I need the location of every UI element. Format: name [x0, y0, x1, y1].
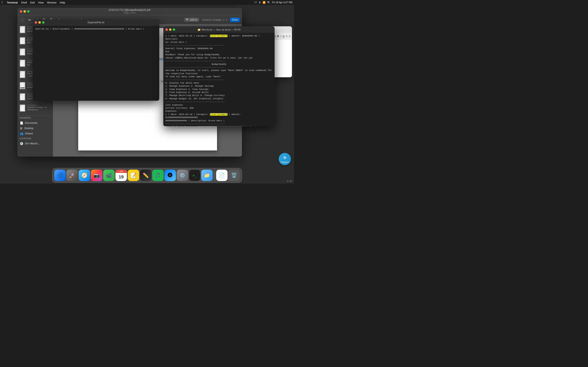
shared-icon: 👥: [20, 132, 23, 135]
finder-documents[interactable]: 📄 Documents: [17, 120, 53, 125]
terminal-line-sep4: ----------------------------------------…: [165, 100, 273, 103]
expense-file-window: ExpenseFile.txt 2024-04-19 | Entertainme…: [33, 19, 159, 101]
expense-titlebar: ExpenseFile.txt: [33, 19, 159, 26]
telegram-icon: ✈: [283, 155, 287, 161]
terminal-close-button[interactable]: [165, 28, 168, 31]
dock-spotify[interactable]: 🎵: [152, 170, 164, 181]
terminal-line-menu3: 5. Find Expenses 6. Divide Bills: [165, 91, 273, 94]
pdf-search-bar[interactable]: 🔍 add ex: [184, 18, 199, 22]
textedit-align-center[interactable]: ≡: [289, 35, 290, 37]
terminal-folder-icon: 📁: [198, 28, 201, 31]
menubar-right: 🛡 ⏸ 📶 🔍 Fri 19 Apr 4:27 PM: [254, 1, 292, 4]
menubar-security-icon: 🛡: [254, 1, 257, 4]
pdf-minimize-button[interactable]: [24, 10, 26, 13]
terminal-window-title: 📁 files-for-pe — Java -jar jar.jar — 80×…: [198, 28, 240, 31]
finder-documents-label: Documents: [25, 122, 37, 124]
finder-shared[interactable]: 👥 Shared: [17, 131, 53, 136]
terminal-maximize-button[interactable]: [173, 28, 175, 31]
dock-launchpad[interactable]: 🚀: [67, 170, 78, 181]
dock: 🔵 🚀 🧭 📷 📹 APR 19 📝 ✏️ 🎵 �: [52, 168, 242, 183]
terminal-line-cmd1: list expenses: [165, 104, 273, 107]
pdf-title: [CS2113-T12-3][BudgetBuddy]UG.pdf Page 1…: [109, 8, 150, 15]
menubar-help[interactable]: Help: [58, 1, 67, 4]
dock-finder[interactable]: 🔵: [54, 170, 66, 181]
sidebar-thumb-1: P...: [19, 26, 26, 33]
menubar-search-icon[interactable]: 🔍: [267, 1, 270, 4]
terminal-line-expenses-header: Expenses:: [165, 110, 273, 113]
desktop: [CS2113-T12-3][BudgetBuddy]UG.pdf Page 1…: [0, 5, 294, 184]
sidebar-toggle-icon[interactable]: ⬛: [19, 17, 25, 23]
dock-notes[interactable]: 📝: [128, 170, 139, 181]
dock-photos[interactable]: 📷: [91, 170, 103, 181]
prev-result-icon[interactable]: ‹: [223, 18, 224, 22]
menubar-app-name[interactable]: Terminal: [5, 1, 19, 4]
dock-folder-icon: 📁: [204, 173, 210, 178]
sidebar-thumb-8: P...: [19, 104, 26, 112]
dock-sysprefs-icon: ⚙️: [180, 173, 186, 178]
dock-terminal[interactable]: >_: [189, 170, 200, 181]
finder-desktop[interactable]: 🖥 Desktop: [17, 125, 53, 131]
dock-folder[interactable]: 📁: [201, 170, 213, 181]
expense-text: 2024-04-19 | Entertainment | 99999999999…: [35, 28, 144, 30]
dock-system-preferences[interactable]: ⚙️: [177, 170, 188, 181]
terminal-line-4: Overall Total Expenses: $9999999.00: [165, 47, 273, 50]
sidebar-text-8: Examples of usage : rec viewexpense...: [27, 106, 51, 111]
pdf-titlebar: [CS2113-T12-3][BudgetBuddy]UG.pdf Page 1…: [17, 8, 242, 15]
dock-terminal-icon: >_: [193, 174, 197, 177]
textedit-color-a: a: [275, 35, 276, 37]
terminal-line-menu4: 7. Manage Recurring Bills 8. Change Curr…: [165, 94, 273, 97]
dock-photos-icon: 📷: [94, 173, 100, 178]
textedit-align-left[interactable]: ≡: [286, 35, 287, 37]
apple-menu-icon[interactable]: : [2, 1, 3, 4]
terminal-minimize-button[interactable]: [169, 28, 172, 31]
menubar-spotify-icon: ⏸: [259, 1, 261, 4]
desktop-icon: 🖥: [20, 127, 23, 130]
terminal-content[interactable]: 1 | Date: 2024-04-19 | Category: Enterta…: [163, 33, 275, 126]
terminal-line-sep3: ----------------------------------------…: [165, 78, 273, 81]
pdf-search-result-info: Found on 13 pages: [202, 18, 222, 21]
expense-minimize-button[interactable]: [38, 21, 41, 24]
terminal-line-5: bye: [165, 50, 273, 53]
dock-appstore[interactable]: 🅐: [164, 170, 176, 181]
dock-facetime[interactable]: 📹: [103, 170, 115, 181]
terminal-line-total: Overall Total Expenses: $100000000000000…: [165, 125, 273, 126]
terminal-line-6: Goodbye! Thank you for using BudgetBuddy…: [165, 53, 273, 56]
terminal-line-welcome2: the respective functions: [165, 72, 273, 75]
dock-trash[interactable]: 🗑️: [228, 170, 240, 181]
menubar-window[interactable]: Window: [45, 1, 58, 4]
terminal-line-menu1: 1. Manage Expenses 2. Manage Savings: [165, 85, 273, 88]
menubar-time: Fri 19 Apr 4:27 PM: [272, 1, 292, 4]
finder-macintosh[interactable]: 💿 Sh's Macint...: [17, 141, 53, 146]
dock-freeform-icon: ✏️: [143, 173, 149, 178]
expense-close-button[interactable]: [35, 21, 37, 24]
sidebar-thumb-6: [19, 82, 26, 90]
terminal-line-app: BudgetBuddy: [165, 63, 273, 66]
terminal-line-menu0: 0. Display the whole menu: [165, 82, 273, 85]
sidebar-item-8[interactable]: P... 22 matches Examples of usage : rec …: [17, 103, 53, 114]
menubar-edit[interactable]: Edit: [29, 1, 36, 4]
expense-window-title: ExpenseFile.txt: [87, 21, 104, 24]
menubar-shell[interactable]: Shell: [19, 1, 29, 4]
back-icon[interactable]: ⬅: [27, 17, 33, 23]
menubar:  Terminal Shell Edit View Window Help 🛡…: [0, 0, 294, 5]
dock-calendar[interactable]: APR 19: [116, 170, 127, 181]
menubar-view[interactable]: View: [36, 1, 45, 4]
dock-safari[interactable]: 🧭: [79, 170, 90, 181]
pdf-maximize-button[interactable]: [27, 10, 30, 13]
textedit-bold-button[interactable]: B: [277, 35, 279, 37]
terminal-line-2: on: bruno mars |: [165, 41, 273, 44]
dock-textedit[interactable]: 📄: [216, 170, 228, 181]
textedit-italic-button[interactable]: I: [281, 35, 281, 37]
expense-file-content: 2024-04-19 | Entertainment | 99999999999…: [33, 26, 159, 101]
textedit-underline-button[interactable]: U: [283, 35, 285, 37]
expense-maximize-button[interactable]: [42, 21, 44, 24]
dock-calendar-date: 19: [119, 173, 123, 181]
telegram-button[interactable]: ✈ Telegram: [279, 153, 291, 165]
finder-favorites-header: Favorites: [17, 116, 53, 120]
pdf-search-done-button[interactable]: Done: [230, 17, 240, 22]
dock-freeform[interactable]: ✏️: [140, 170, 151, 181]
next-result-icon[interactable]: ›: [226, 18, 227, 22]
terminal-line-sep5: ----------------------------------------…: [165, 122, 273, 125]
dock-spotify-icon: 🎵: [155, 173, 161, 178]
pdf-close-button[interactable]: [20, 10, 22, 13]
